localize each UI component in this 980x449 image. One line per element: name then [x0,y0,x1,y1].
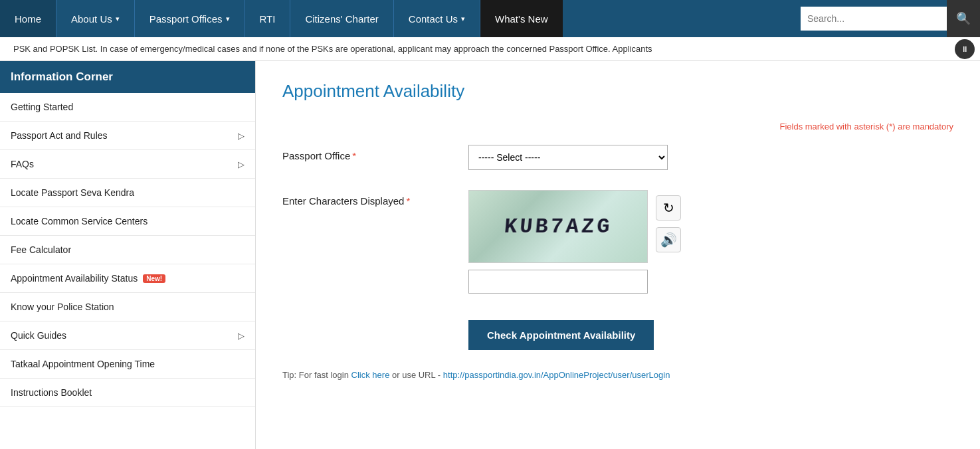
nav-rti[interactable]: RTI [245,0,291,37]
sidebar-item-label: Appointment Availability Status [11,273,138,284]
chevron-right-icon: ▷ [238,131,245,141]
nav-passport-offices[interactable]: Passport Offices ▾ [135,0,245,37]
ticker-pause-button[interactable]: ⏸ [955,39,975,59]
sidebar-header: Information Corner [0,61,255,93]
passport-office-select[interactable]: ----- Select ----- [468,145,668,170]
captcha-actions: ↻ 🔊 [656,190,681,252]
tip-url-link[interactable]: http://passportindia.gov.in/AppOnlinePro… [443,370,670,380]
sidebar-item-quick-guides[interactable]: Quick Guides ▷ [0,321,255,350]
sidebar-item-label: Quick Guides [11,330,66,341]
sidebar-item-appointment-availability[interactable]: Appointment Availability Status New! [0,264,255,293]
nav-about-us[interactable]: About Us ▾ [56,0,135,37]
sidebar-item-faqs[interactable]: FAQs ▷ [0,150,255,179]
check-appointment-button[interactable]: Check Appointment Availability [468,320,654,350]
tip-row: Tip: For fast login Click here or use UR… [282,370,953,380]
sidebar-item-label: Locate Passport Seva Kendra [11,187,134,198]
chevron-right-icon: ▷ [238,159,245,169]
captcha-image: KUB7AZG [468,190,648,263]
audio-icon: 🔊 [660,232,677,248]
sidebar-item-label: Tatkaal Appointment Opening Time [11,359,155,369]
news-ticker: PSK and POPSK List. In case of emergency… [0,37,980,61]
about-us-arrow-icon: ▾ [116,15,120,23]
passport-office-row: Passport Office* ----- Select ----- [282,145,953,170]
page-layout: Information Corner Getting Started Passp… [0,61,980,449]
tip-prefix: Tip: For fast login [282,370,351,380]
pause-icon: ⏸ [961,45,969,54]
search-icon: 🔍 [956,11,971,26]
sidebar: Information Corner Getting Started Passp… [0,61,256,449]
captcha-audio-button[interactable]: 🔊 [656,227,681,252]
passport-office-control: ----- Select ----- [468,145,953,170]
sidebar-item-fee-calculator[interactable]: Fee Calculator [0,236,255,264]
sidebar-item-tatkaal[interactable]: Tatkaal Appointment Opening Time [0,350,255,379]
contact-us-arrow-icon: ▾ [461,15,465,23]
refresh-icon: ↻ [663,200,674,216]
mandatory-note-text: Fields marked with asterisk (*) are mand… [779,122,953,132]
sidebar-item-passport-act[interactable]: Passport Act and Rules ▷ [0,122,255,150]
required-asterisk: * [406,195,410,207]
required-asterisk: * [352,150,356,161]
sidebar-item-locate-psk[interactable]: Locate Passport Seva Kendra [0,179,255,207]
chevron-right-icon: ▷ [238,331,245,341]
search-input[interactable] [801,7,947,31]
search-button[interactable]: 🔍 [947,0,980,37]
page-title: Appointment Availability [282,81,953,102]
sidebar-item-know-police-station[interactable]: Know your Police Station [0,293,255,321]
mandatory-note: Fields marked with asterisk (*) are mand… [282,122,953,132]
nav-whats-new[interactable]: What's New [480,0,563,37]
captcha-input[interactable] [468,270,648,294]
nav-search-container: 🔍 [801,0,980,37]
captcha-refresh-button[interactable]: ↻ [656,195,681,221]
passport-office-label: Passport Office* [282,145,468,161]
sidebar-item-label: Locate Common Service Centers [11,216,147,226]
main-content: Appointment Availability Fields marked w… [256,61,980,449]
nav-citizens-charter[interactable]: Citizens' Charter [290,0,393,37]
submit-row: Check Appointment Availability [468,314,953,350]
sidebar-item-instructions[interactable]: Instructions Booklet [0,379,255,407]
sidebar-item-label: Fee Calculator [11,244,71,255]
nav-home[interactable]: Home [0,0,56,37]
sidebar-item-label: Passport Act and Rules [11,130,108,141]
captcha-control: KUB7AZG ↻ 🔊 [468,190,953,294]
captcha-text: KUB7AZG [503,215,613,239]
passport-offices-arrow-icon: ▾ [226,15,230,23]
nav-contact-us[interactable]: Contact Us ▾ [394,0,480,37]
sidebar-item-getting-started[interactable]: Getting Started [0,93,255,122]
tip-middle: or use URL - [392,370,443,380]
ticker-text: PSK and POPSK List. In case of emergency… [0,44,652,54]
captcha-row: Enter Characters Displayed* KUB7AZG ↻ [282,190,953,294]
sidebar-item-label: Getting Started [11,102,73,112]
sidebar-item-label: Instructions Booklet [11,387,92,398]
captcha-label: Enter Characters Displayed* [282,190,468,207]
tip-click-here-link[interactable]: Click here [351,370,390,380]
sidebar-item-locate-csc[interactable]: Locate Common Service Centers [0,207,255,236]
sidebar-item-label: FAQs [11,159,34,169]
new-badge: New! [143,274,165,283]
captcha-area: KUB7AZG ↻ 🔊 [468,190,953,294]
sidebar-item-label: Know your Police Station [11,302,114,312]
main-nav: Home About Us ▾ Passport Offices ▾ RTI C… [0,0,980,37]
